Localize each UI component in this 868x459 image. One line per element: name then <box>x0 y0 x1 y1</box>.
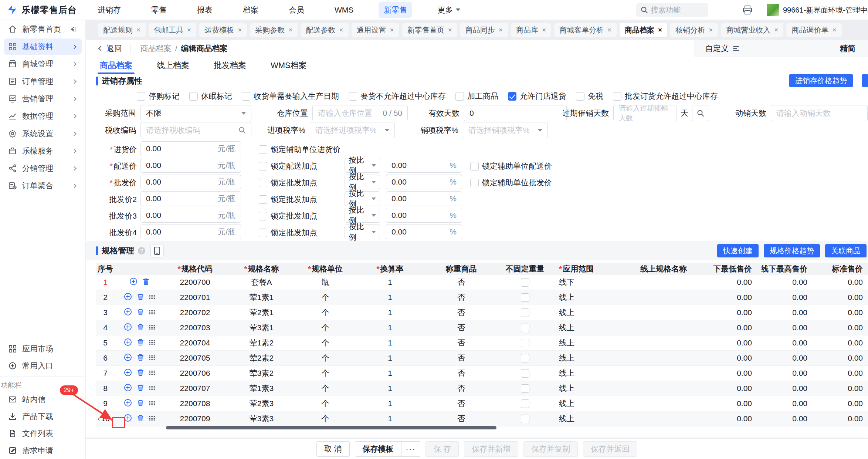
workspace-tab-商城营业收入[interactable]: 商城营业收入× <box>721 23 783 37</box>
close-icon[interactable]: × <box>774 26 778 34</box>
fixed-weight-checkbox[interactable] <box>521 415 529 423</box>
price-input[interactable]: 0.00元/瓶 <box>140 141 241 156</box>
sidebar-item-基础资料[interactable]: 基础资料 <box>4 38 82 55</box>
flag-checkbox[interactable] <box>242 92 250 101</box>
sidebar-item-订单聚合[interactable]: 订单聚合 <box>4 178 82 194</box>
markup-percent-input[interactable]: 0.00% <box>386 158 462 173</box>
compact-mode-button[interactable]: 精简 <box>840 43 855 54</box>
subtab-WMS档案[interactable]: WMS档案 <box>271 57 307 74</box>
add-row-button[interactable] <box>124 293 132 303</box>
flag-免税[interactable]: 免税 <box>576 91 603 101</box>
sidebar-item-常用入口[interactable]: 常用入口 <box>0 357 85 374</box>
delete-row-button[interactable] <box>136 293 145 303</box>
lock-unit-checkbox[interactable] <box>259 145 267 154</box>
flag-加工商品[interactable]: 加工商品 <box>455 91 498 101</box>
delete-row-button[interactable] <box>136 368 145 378</box>
nav-item-会员[interactable]: 会员 <box>284 2 309 18</box>
markup-mode-select[interactable]: 按比例 <box>345 158 380 173</box>
close-icon[interactable]: × <box>448 26 452 34</box>
add-row-button[interactable] <box>124 308 132 318</box>
close-icon[interactable]: × <box>709 26 713 34</box>
markup-percent-input[interactable]: 0.00% <box>386 208 462 223</box>
spec-button-快速创建[interactable]: 快速创建 <box>717 244 759 257</box>
nav-item-新零售[interactable]: 新零售 <box>379 2 412 18</box>
avatar[interactable] <box>767 4 779 16</box>
input-tax-select[interactable]: 请选择进项税率% <box>310 122 395 138</box>
flag-checkbox[interactable] <box>349 92 357 101</box>
lock-point-checkbox[interactable] <box>259 162 267 171</box>
footer-button-保存模板[interactable]: 保存模板 <box>355 441 401 457</box>
user-name[interactable]: 99661-新界面环境-管理中心 <box>783 5 868 15</box>
sidebar-item-应用市场[interactable]: 应用市场 <box>0 340 85 357</box>
horizontal-scrollbar[interactable] <box>166 426 496 429</box>
drag-handle-icon[interactable] <box>149 295 156 300</box>
workspace-tab-商品档案[interactable]: 商品档案× <box>620 23 667 37</box>
flag-批发订货允许超过中心库存[interactable]: 批发订货允许超过中心库存 <box>613 91 718 101</box>
add-row-button[interactable] <box>124 353 132 363</box>
nav-item-零售[interactable]: 零售 <box>146 2 172 18</box>
drag-handle-icon[interactable] <box>149 325 156 330</box>
subtab-批发档案[interactable]: 批发档案 <box>214 57 246 74</box>
fixed-weight-checkbox[interactable] <box>521 369 529 378</box>
flag-要货不允许超过中心库存[interactable]: 要货不允许超过中心库存 <box>349 91 446 101</box>
workspace-tab-商品调价单[interactable]: 商品调价单× <box>786 23 841 37</box>
markup-mode-select[interactable]: 按比例 <box>345 208 380 223</box>
price-input[interactable]: 0.00元/瓶 <box>140 158 241 173</box>
drag-handle-icon[interactable] <box>149 371 156 376</box>
subtab-线上档案[interactable]: 线上档案 <box>157 57 189 74</box>
clipped-edge-button[interactable] <box>862 74 868 87</box>
delete-row-button[interactable] <box>136 414 145 424</box>
fixed-weight-checkbox[interactable] <box>521 278 529 287</box>
add-row-button[interactable] <box>124 384 132 394</box>
sidebar-item-乐檬服务[interactable]: 乐檬服务 <box>4 143 82 159</box>
nav-item-档案[interactable]: 档案 <box>238 2 264 18</box>
markup-mode-select[interactable]: 按比例 <box>345 225 380 239</box>
sidebar-item-系统设置[interactable]: 系统设置 <box>4 125 82 142</box>
lock-point-checkbox[interactable] <box>259 179 267 187</box>
lock-unit-flag[interactable]: 锁定辅助单位配送价 <box>470 161 552 171</box>
add-row-button[interactable] <box>124 338 132 348</box>
workspace-tab-运费模板[interactable]: 运费模板× <box>199 23 247 37</box>
delete-row-button[interactable] <box>136 353 145 363</box>
sidebar-item-文件列表[interactable]: 文件列表 <box>0 425 85 442</box>
breadcrumb-parent[interactable]: 商品档案 <box>140 43 172 54</box>
purchase-scope-select[interactable]: 不限 <box>140 105 251 121</box>
inventory-price-trend-button[interactable]: 进销存价格趋势 <box>789 74 853 87</box>
device-view-button[interactable] <box>150 244 164 257</box>
sidebar-item-分销管理[interactable]: 分销管理 <box>4 160 82 176</box>
expire-search-button[interactable] <box>692 105 709 121</box>
price-input[interactable]: 0.00元/瓶 <box>140 191 241 206</box>
close-icon[interactable]: × <box>288 26 292 34</box>
warehouse-input[interactable]: 请输入仓库位置 0 / 50 <box>312 105 408 121</box>
nav-item-进销存[interactable]: 进销存 <box>92 2 126 18</box>
workspace-tab-配送参数[interactable]: 配送参数× <box>301 23 348 37</box>
fixed-weight-checkbox[interactable] <box>521 308 529 317</box>
close-icon[interactable]: × <box>390 26 394 34</box>
drag-handle-icon[interactable] <box>149 355 156 361</box>
lock-point-checkbox[interactable] <box>259 212 267 220</box>
workspace-tab-商城客单分析[interactable]: 商城客单分析× <box>554 23 617 37</box>
workspace-tab-商品同步[interactable]: 商品同步× <box>460 23 508 37</box>
add-row-button[interactable] <box>129 277 138 287</box>
workspace-tab-通用设置[interactable]: 通用设置× <box>352 23 399 37</box>
scroll-left-icon[interactable]: ‹ <box>96 415 101 423</box>
sidebar-item-产品下载[interactable]: 产品下载 <box>0 408 85 425</box>
price-input[interactable]: 0.00元/瓶 <box>140 225 241 239</box>
fixed-weight-checkbox[interactable] <box>521 324 529 332</box>
spec-button-关联商品[interactable]: 关联商品 <box>825 244 867 257</box>
fixed-weight-checkbox[interactable] <box>521 293 529 302</box>
sidebar-item-数据管理[interactable]: 数据管理 <box>4 108 82 124</box>
sidebar-item-营销管理[interactable]: 营销管理 <box>4 91 82 107</box>
flag-checkbox[interactable] <box>613 92 621 101</box>
fixed-weight-checkbox[interactable] <box>521 399 529 408</box>
workspace-tab-配送规则[interactable]: 配送规则× <box>98 23 146 37</box>
sidebar-item-商城管理[interactable]: 商城管理 <box>4 56 82 72</box>
sidebar-item-新零售首页[interactable]: 新零售首页 <box>4 21 82 37</box>
flag-checkbox[interactable] <box>137 92 145 101</box>
markup-percent-input[interactable]: 0.00% <box>386 225 462 239</box>
lock-point-checkbox[interactable] <box>259 195 267 204</box>
price-input[interactable]: 0.00元/瓶 <box>140 208 241 223</box>
spec-button-规格价格趋势[interactable]: 规格价格趋势 <box>764 244 820 257</box>
nav-item-WMS[interactable]: WMS <box>329 3 359 17</box>
flag-checkbox[interactable] <box>455 92 464 101</box>
